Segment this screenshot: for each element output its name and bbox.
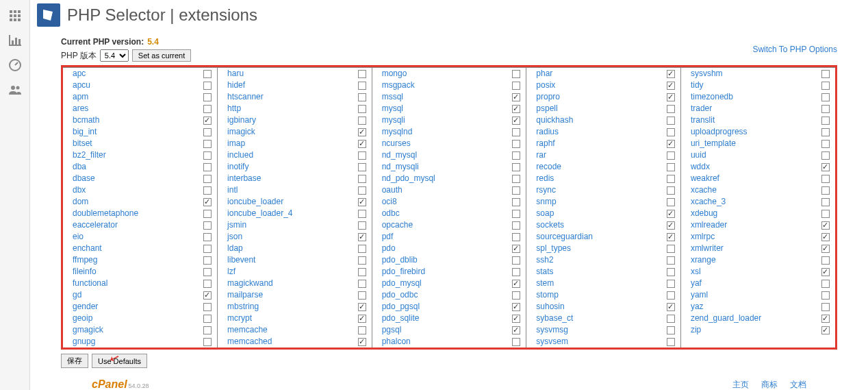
extension-checkbox[interactable] xyxy=(203,105,212,113)
extension-name[interactable]: spl_types xyxy=(536,243,571,254)
extension-name[interactable]: uri_template xyxy=(691,138,736,149)
extension-checkbox[interactable] xyxy=(203,117,212,125)
extension-checkbox[interactable] xyxy=(512,186,520,195)
extension-name[interactable]: stats xyxy=(536,267,553,277)
extension-name[interactable]: msgpack xyxy=(382,80,415,90)
extension-checkbox[interactable] xyxy=(358,128,366,136)
extension-checkbox[interactable] xyxy=(821,291,830,300)
extension-checkbox[interactable] xyxy=(203,186,212,195)
extension-checkbox[interactable] xyxy=(512,140,520,148)
extension-name[interactable]: pdo xyxy=(382,243,396,254)
extension-checkbox[interactable] xyxy=(203,256,212,265)
extension-checkbox[interactable] xyxy=(512,82,520,90)
extension-checkbox[interactable] xyxy=(821,326,830,334)
extension-name[interactable]: oauth xyxy=(382,185,403,195)
extension-name[interactable]: mssql xyxy=(382,92,403,102)
extension-name[interactable]: oci8 xyxy=(382,197,397,207)
extension-checkbox[interactable] xyxy=(821,151,830,160)
extension-name[interactable]: xcache xyxy=(691,185,717,195)
dashboard-icon[interactable] xyxy=(0,53,30,77)
extension-checkbox[interactable] xyxy=(821,117,830,125)
extension-checkbox[interactable] xyxy=(512,198,520,206)
extension-checkbox[interactable] xyxy=(821,186,830,195)
extension-checkbox[interactable] xyxy=(667,163,675,171)
extension-name[interactable]: haru xyxy=(227,69,244,79)
extension-checkbox[interactable] xyxy=(667,268,675,276)
extension-name[interactable]: interbase xyxy=(227,173,261,184)
extension-name[interactable]: apcu xyxy=(73,80,90,90)
extension-name[interactable]: propro xyxy=(536,92,560,102)
extension-checkbox[interactable] xyxy=(512,151,520,160)
extension-name[interactable]: igbinary xyxy=(227,115,256,125)
extension-name[interactable]: rar xyxy=(536,150,546,160)
extension-name[interactable]: sysvshm xyxy=(691,69,723,79)
extension-checkbox[interactable] xyxy=(358,233,366,241)
extension-checkbox[interactable] xyxy=(512,117,520,125)
extension-name[interactable]: phalcon xyxy=(382,337,411,347)
extension-name[interactable]: phar xyxy=(536,69,552,79)
extension-checkbox[interactable] xyxy=(203,210,212,218)
footer-link-home[interactable]: 主页 xyxy=(732,379,749,391)
extension-checkbox[interactable] xyxy=(821,163,830,171)
extension-name[interactable]: eaccelerator xyxy=(73,220,118,230)
extension-checkbox[interactable] xyxy=(821,93,830,101)
extension-name[interactable]: apm xyxy=(73,92,88,102)
extension-checkbox[interactable] xyxy=(512,291,520,300)
switch-options-link[interactable]: Switch To PHP Options xyxy=(752,45,837,54)
extension-checkbox[interactable] xyxy=(821,105,830,113)
extension-checkbox[interactable] xyxy=(667,151,675,160)
extension-checkbox[interactable] xyxy=(358,303,366,311)
extension-name[interactable]: functional xyxy=(73,278,107,289)
extension-checkbox[interactable] xyxy=(512,210,520,218)
extension-checkbox[interactable] xyxy=(203,82,212,90)
extension-checkbox[interactable] xyxy=(512,326,520,334)
extension-checkbox[interactable] xyxy=(667,198,675,206)
extension-checkbox[interactable] xyxy=(203,245,212,253)
extension-name[interactable]: suhosin xyxy=(536,302,564,312)
extension-name[interactable]: inclued xyxy=(227,150,253,160)
extension-name[interactable]: odbc xyxy=(382,208,400,219)
extension-checkbox[interactable] xyxy=(358,245,366,253)
extension-name[interactable]: uploadprogress xyxy=(691,127,748,137)
extension-name[interactable]: bz2_filter xyxy=(73,150,106,160)
extension-checkbox[interactable] xyxy=(512,338,520,346)
extension-name[interactable]: tidy xyxy=(691,80,704,90)
extension-checkbox[interactable] xyxy=(203,175,212,183)
extension-name[interactable]: nd_mysqli xyxy=(382,162,419,172)
extension-name[interactable]: uuid xyxy=(691,150,706,160)
extension-checkbox[interactable] xyxy=(821,140,830,148)
extension-checkbox[interactable] xyxy=(358,82,366,90)
extension-name[interactable]: xmlwriter xyxy=(691,243,724,254)
extension-checkbox[interactable] xyxy=(667,82,675,90)
extension-name[interactable]: recode xyxy=(536,162,561,172)
footer-link-trademark[interactable]: 商标 xyxy=(761,379,778,391)
extension-name[interactable]: fileinfo xyxy=(73,267,97,277)
extension-name[interactable]: pspell xyxy=(536,103,557,114)
extension-name[interactable]: ioncube_loader xyxy=(227,197,283,207)
extension-name[interactable]: bitset xyxy=(73,138,92,149)
extension-name[interactable]: dbase xyxy=(73,173,95,184)
extension-checkbox[interactable] xyxy=(358,163,366,171)
extension-checkbox[interactable] xyxy=(512,315,520,323)
extension-name[interactable]: mailparse xyxy=(227,290,263,300)
extension-name[interactable]: imagick xyxy=(227,127,255,137)
extension-name[interactable]: dbx xyxy=(73,185,86,195)
extension-checkbox[interactable] xyxy=(203,303,212,311)
extension-name[interactable]: mongo xyxy=(382,69,407,79)
extension-name[interactable]: pdo_sqlite xyxy=(382,313,420,324)
extension-name[interactable]: ncurses xyxy=(382,138,411,149)
extension-name[interactable]: nd_mysql xyxy=(382,150,417,160)
extension-checkbox[interactable] xyxy=(358,210,366,218)
extension-checkbox[interactable] xyxy=(512,175,520,183)
extension-checkbox[interactable] xyxy=(667,70,675,78)
extension-checkbox[interactable] xyxy=(512,93,520,101)
extension-checkbox[interactable] xyxy=(512,280,520,288)
extension-name[interactable]: yaz xyxy=(691,302,704,312)
extension-checkbox[interactable] xyxy=(358,268,366,276)
extension-checkbox[interactable] xyxy=(821,245,830,253)
extension-checkbox[interactable] xyxy=(667,280,675,288)
extension-name[interactable]: intl xyxy=(227,185,238,195)
extension-checkbox[interactable] xyxy=(358,221,366,230)
extension-name[interactable]: doublemetaphone xyxy=(73,208,138,219)
extension-name[interactable]: lzf xyxy=(227,267,235,277)
